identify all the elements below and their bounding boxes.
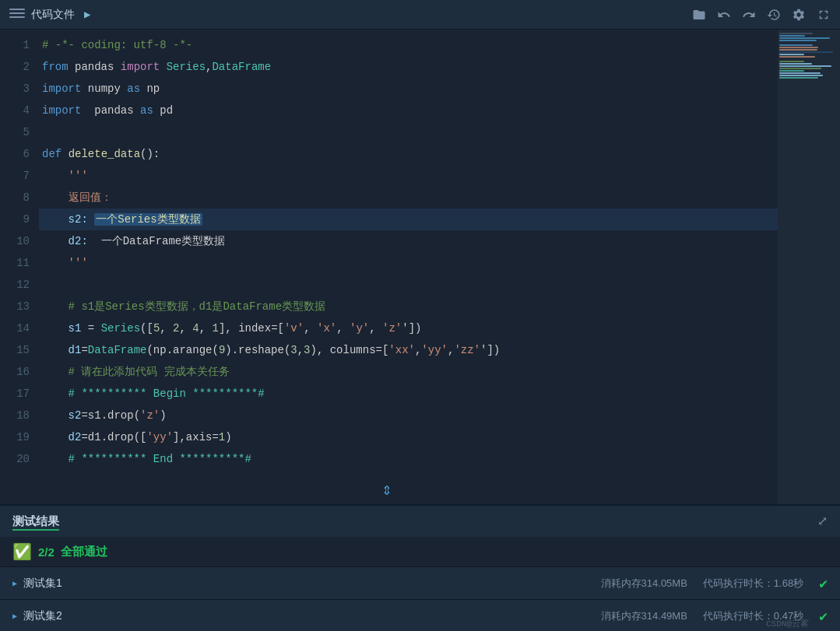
editor-container: 1234567891011121314151617181920 # -*- co… <box>0 30 840 504</box>
pass-icon: ✅ <box>12 542 32 562</box>
code-line-13: # s1是Series类型数据，d1是DataFrame类型数据 <box>39 296 778 317</box>
code-line-15: d1=DataFrame(np.arange(9).reshape(3,3), … <box>39 339 778 361</box>
code-line-20: # ********** End **********# <box>39 448 778 470</box>
code-line-19: d2=d1.drop(['yy'],axis=1) <box>39 426 778 448</box>
code-line-16: # 请在此添加代码 完成本关任务 <box>39 361 778 383</box>
header-bar: 代码文件 ▶ <box>0 0 840 30</box>
code-line-8: 返回值： <box>39 187 778 209</box>
test-name-2: 测试集2 <box>23 609 62 623</box>
header-left: 代码文件 ▶ <box>9 8 90 22</box>
test-item-1-left: ▶ 测试集1 <box>12 577 62 591</box>
code-line-14: s1 = Series([5, 2, 4, 1], index=['v', 'x… <box>39 317 778 339</box>
code-line-17: # ********** Begin **********# <box>39 383 778 405</box>
hamburger-icon[interactable] <box>9 9 25 21</box>
expand-button[interactable]: ⤢ <box>817 514 828 529</box>
watermark: CSDN@云雾 <box>766 618 809 629</box>
code-line-3: import numpy as np <box>39 78 778 100</box>
code-line-2: from pandas import Series,DataFrame <box>39 56 778 78</box>
history-icon[interactable] <box>767 8 781 22</box>
play-icon[interactable]: ▶ <box>84 8 90 21</box>
code-line-10: d2: 一个DataFrame类型数据 <box>39 230 778 252</box>
pass-label: 全部通过 <box>61 545 107 559</box>
test-name-1: 测试集1 <box>23 577 62 591</box>
fullscreen-icon[interactable] <box>817 8 831 22</box>
test-check-1: ✔ <box>819 575 828 592</box>
undo-icon[interactable] <box>717 8 731 22</box>
scroll-indicator: ⇕ <box>381 479 392 500</box>
line-numbers: 1234567891011121314151617181920 <box>0 30 39 504</box>
code-line-7: ''' <box>39 165 778 187</box>
code-content[interactable]: # -*- coding: utf-8 -*-from pandas impor… <box>39 30 778 504</box>
code-line-4: import pandas as pd <box>39 100 778 121</box>
settings-icon[interactable] <box>792 8 806 22</box>
pass-count: 2/2 <box>38 545 54 559</box>
pass-status: ✅ 2/2 全部通过 <box>0 537 840 566</box>
code-line-18: s2=s1.drop('z') <box>39 405 778 426</box>
code-line-5 <box>39 121 778 143</box>
test-triangle-2: ▶ <box>12 612 17 621</box>
minimap <box>778 30 840 504</box>
code-line-1: # -*- coding: utf-8 -*- <box>39 34 778 56</box>
code-line-11: ''' <box>39 252 778 274</box>
bottom-panel: 测试结果 ⤢ ✅ 2/2 全部通过 ▶ 测试集1 消耗内存314.05MB 代码… <box>0 504 840 631</box>
panel-title: 测试结果 <box>12 514 59 529</box>
test-item-2[interactable]: ▶ 测试集2 消耗内存314.49MB 代码执行时长：0.47秒 ✔ <box>0 599 840 631</box>
header-right <box>692 8 831 22</box>
test-triangle-1: ▶ <box>12 579 17 588</box>
test-item-1[interactable]: ▶ 测试集1 消耗内存314.05MB 代码执行时长：1.68秒 ✔ <box>0 566 840 599</box>
code-line-12 <box>39 274 778 296</box>
folder-icon[interactable] <box>692 8 706 22</box>
panel-header: 测试结果 ⤢ <box>0 506 840 537</box>
test-memory-2: 消耗内存314.49MB <box>601 609 687 623</box>
header-title: 代码文件 <box>31 8 75 22</box>
test-check-2: ✔ <box>819 608 828 625</box>
test-item-1-right: 消耗内存314.05MB 代码执行时长：1.68秒 ✔ <box>601 575 828 592</box>
code-line-9: s2: 一个Series类型数据 <box>39 209 778 230</box>
test-item-2-left: ▶ 测试集2 <box>12 609 62 623</box>
redo-icon[interactable] <box>742 8 756 22</box>
test-time-1: 代码执行时长：1.68秒 <box>703 577 803 591</box>
test-memory-1: 消耗内存314.05MB <box>601 577 687 591</box>
code-line-6: def delete_data(): <box>39 143 778 165</box>
